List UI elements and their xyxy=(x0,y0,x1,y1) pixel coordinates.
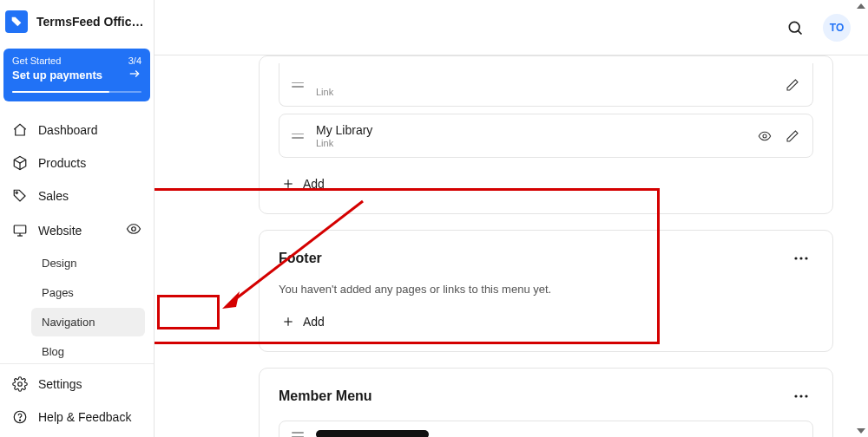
sidebar-item-dashboard[interactable]: Dashboard xyxy=(0,114,154,147)
tag-icon xyxy=(12,188,28,204)
help-icon xyxy=(12,409,28,425)
sidebar-item-settings[interactable]: Settings xyxy=(0,368,154,401)
sidebar-item-label: Products xyxy=(38,156,86,170)
brand-title: TermsFeed Office... xyxy=(36,15,145,29)
sidebar-item-help[interactable]: Help & Feedback xyxy=(0,401,154,434)
get-started-progress-bar xyxy=(12,91,141,93)
get-started-label: Get Started xyxy=(12,55,61,66)
home-icon xyxy=(12,122,28,138)
get-started-card[interactable]: Get Started 3/4 Set up payments xyxy=(3,49,150,101)
drag-handle-icon[interactable] xyxy=(292,134,304,139)
sidebar-website-subnav: Design Pages Navigation Blog xyxy=(0,249,154,363)
add-button-label: Add xyxy=(303,177,325,191)
topbar: TO xyxy=(155,0,868,55)
sidebar-sub-blog[interactable]: Blog xyxy=(31,337,145,363)
svg-point-15 xyxy=(794,257,797,259)
edit-icon[interactable] xyxy=(785,128,800,144)
menu-row-title: My Library xyxy=(316,123,745,137)
menu-row[interactable]: Link xyxy=(279,63,813,107)
box-icon xyxy=(12,155,28,171)
more-button[interactable] xyxy=(789,246,813,271)
svg-point-22 xyxy=(805,395,807,397)
svg-line-11 xyxy=(798,30,801,34)
content-area[interactable]: Link My Library Link xyxy=(155,55,868,437)
svg-point-2 xyxy=(16,192,17,193)
sidebar-item-products[interactable]: Products xyxy=(0,147,154,179)
get-started-action: Set up payments xyxy=(12,68,102,82)
svg-point-16 xyxy=(799,257,802,259)
menu-row-subtitle: Link xyxy=(316,138,745,148)
search-button[interactable] xyxy=(783,16,807,40)
sidebar-item-sales[interactable]: Sales xyxy=(0,179,154,212)
menu-card-footer: Footer You haven't added any pages or li… xyxy=(259,230,833,352)
brand-logo-icon xyxy=(5,10,28,33)
svg-marker-24 xyxy=(222,291,240,309)
svg-point-6 xyxy=(132,227,136,232)
get-started-progress-text: 3/4 xyxy=(128,55,141,66)
main: TO Link My Library xyxy=(155,0,868,437)
avatar[interactable]: TO xyxy=(823,14,851,42)
sidebar-nav[interactable]: Dashboard Products Sales Website xyxy=(0,110,154,363)
sidebar-item-website[interactable]: Website xyxy=(0,212,154,248)
brand[interactable]: TermsFeed Office... xyxy=(0,0,154,43)
menu-row-title xyxy=(316,72,773,86)
card-title: Footer xyxy=(279,251,322,266)
svg-point-7 xyxy=(18,382,23,387)
sidebar-bottom: Settings Help & Feedback xyxy=(0,363,154,437)
svg-rect-3 xyxy=(14,225,26,233)
svg-point-9 xyxy=(19,420,20,421)
sidebar-sub-pages[interactable]: Pages xyxy=(31,278,145,307)
sidebar-item-label: Settings xyxy=(38,377,82,391)
sidebar-sub-navigation[interactable]: Navigation xyxy=(31,308,145,336)
empty-state-text: You haven't added any pages or links to … xyxy=(279,283,813,296)
sidebar-sub-design[interactable]: Design xyxy=(31,249,145,277)
card-title: Member Menu xyxy=(279,388,372,404)
scrollbar-down-icon[interactable] xyxy=(857,428,865,434)
annotation-highlight-add xyxy=(157,295,220,329)
add-footer-item-button[interactable]: Add xyxy=(279,310,328,334)
edit-icon[interactable] xyxy=(785,77,800,93)
sidebar-item-label: Website xyxy=(38,224,82,238)
arrow-right-icon xyxy=(128,68,141,82)
more-button[interactable] xyxy=(789,384,813,408)
svg-point-17 xyxy=(805,257,807,259)
svg-point-20 xyxy=(794,395,797,397)
menu-row[interactable]: My Library Link xyxy=(279,114,813,158)
eye-icon[interactable] xyxy=(757,128,773,144)
menu-card-header-menu: Link My Library Link xyxy=(259,55,833,214)
menu-card-member: Member Menu xyxy=(259,368,833,437)
sidebar: TermsFeed Office... Get Started 3/4 Set … xyxy=(0,0,155,437)
scrollbar-up-icon[interactable] xyxy=(857,3,865,9)
drag-handle-icon[interactable] xyxy=(292,432,304,437)
sidebar-item-label: Dashboard xyxy=(38,123,98,137)
svg-point-10 xyxy=(789,22,799,32)
sidebar-item-label: Sales xyxy=(38,189,69,203)
menu-row-subtitle: Link xyxy=(316,87,773,97)
svg-point-12 xyxy=(763,134,766,138)
svg-point-21 xyxy=(799,395,802,397)
add-menu-item-button[interactable]: Add xyxy=(279,172,328,196)
menu-row[interactable] xyxy=(279,421,813,437)
monitor-icon xyxy=(12,223,28,238)
drag-handle-icon[interactable] xyxy=(292,82,304,88)
gear-icon xyxy=(12,376,28,392)
add-button-label: Add xyxy=(303,315,325,329)
eye-icon[interactable] xyxy=(126,221,141,239)
sidebar-item-label: Help & Feedback xyxy=(38,410,131,424)
